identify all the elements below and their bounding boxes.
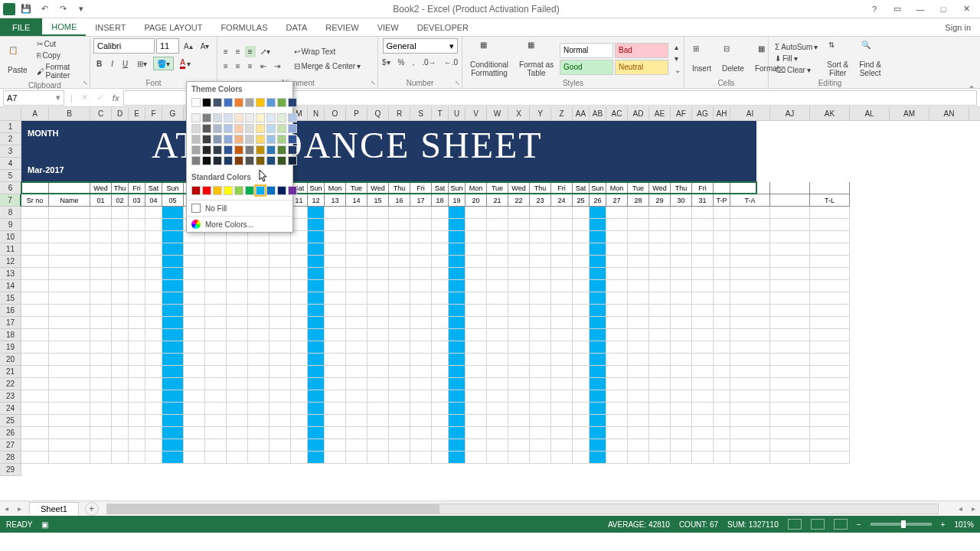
cell[interactable]	[590, 243, 606, 256]
cell[interactable]	[466, 354, 487, 366]
cell[interactable]	[49, 341, 90, 354]
cell[interactable]	[205, 366, 227, 378]
cell[interactable]	[590, 317, 606, 329]
cell[interactable]	[389, 341, 410, 354]
cell[interactable]	[205, 439, 227, 452]
cell[interactable]	[145, 341, 162, 354]
cell[interactable]	[730, 231, 770, 243]
row-header-4[interactable]: 4	[0, 158, 21, 170]
cell[interactable]	[530, 427, 551, 439]
cell[interactable]	[432, 268, 449, 280]
cell[interactable]	[227, 378, 248, 390]
cell[interactable]	[671, 439, 692, 452]
cell[interactable]	[112, 378, 129, 390]
cell[interactable]	[325, 243, 346, 256]
col-header-AD[interactable]: AD	[628, 107, 649, 121]
cell[interactable]	[184, 390, 205, 403]
cell[interactable]	[649, 329, 671, 341]
borders-button[interactable]: ⊞▾	[134, 57, 150, 70]
col-header-AA[interactable]: AA	[573, 107, 590, 121]
cell[interactable]	[466, 231, 487, 243]
cell[interactable]	[270, 231, 291, 243]
color-swatch[interactable]	[288, 98, 297, 107]
color-swatch[interactable]	[288, 186, 297, 195]
row-header-9[interactable]: 9	[0, 219, 21, 231]
cell[interactable]	[184, 292, 205, 305]
cell[interactable]	[508, 268, 530, 280]
cell[interactable]	[530, 452, 551, 464]
cell[interactable]	[410, 415, 432, 427]
cell[interactable]	[508, 243, 530, 256]
cell[interactable]	[551, 378, 573, 390]
row-header-5[interactable]: 5	[0, 170, 21, 182]
no-fill-option[interactable]: No Fill	[187, 200, 292, 216]
cell[interactable]	[628, 427, 649, 439]
cell[interactable]	[346, 292, 368, 305]
cell[interactable]	[227, 317, 248, 329]
cell[interactable]	[325, 452, 346, 464]
cell[interactable]	[730, 329, 770, 341]
cut-button[interactable]: ✂Cut	[34, 38, 87, 50]
cell[interactable]	[248, 256, 270, 268]
header-cell[interactable]: 28	[628, 194, 649, 207]
cell[interactable]	[248, 243, 270, 256]
cell[interactable]	[508, 292, 530, 305]
cell[interactable]	[551, 439, 573, 452]
cell[interactable]	[21, 231, 49, 243]
cell[interactable]	[573, 317, 590, 329]
cell[interactable]	[184, 243, 205, 256]
color-swatch[interactable]	[234, 186, 243, 195]
cell[interactable]	[671, 329, 692, 341]
cell[interactable]	[449, 231, 466, 243]
more-colors-option[interactable]: More Colors...	[187, 216, 292, 232]
cell[interactable]	[671, 390, 692, 403]
cell[interactable]	[466, 305, 487, 317]
add-sheet-button[interactable]: +	[85, 502, 99, 516]
cell[interactable]	[112, 231, 129, 243]
cell[interactable]	[389, 403, 410, 415]
cell[interactable]	[205, 256, 227, 268]
tab-review[interactable]: REVIEW	[316, 18, 368, 36]
cell[interactable]	[530, 219, 551, 231]
header-cell[interactable]: Thu	[671, 182, 692, 194]
cell[interactable]	[389, 452, 410, 464]
cell[interactable]	[145, 231, 162, 243]
cell[interactable]	[770, 243, 810, 256]
cell[interactable]	[432, 219, 449, 231]
cell[interactable]	[205, 305, 227, 317]
color-swatch[interactable]	[191, 156, 201, 165]
font-size-combo[interactable]	[156, 38, 179, 54]
cell[interactable]	[810, 329, 850, 341]
cell[interactable]	[410, 403, 432, 415]
cell[interactable]	[449, 415, 466, 427]
cell[interactable]	[671, 219, 692, 231]
cell[interactable]	[714, 354, 730, 366]
cell[interactable]	[389, 390, 410, 403]
cell[interactable]	[291, 403, 308, 415]
cell[interactable]	[389, 354, 410, 366]
header-cell[interactable]: Tue	[346, 182, 368, 194]
cell[interactable]	[573, 280, 590, 292]
cell[interactable]	[810, 452, 850, 464]
number-launcher-icon[interactable]: ⤡	[455, 80, 460, 86]
row-header-6[interactable]: 6	[0, 182, 21, 194]
cell[interactable]	[129, 207, 145, 219]
cell[interactable]	[205, 243, 227, 256]
cell[interactable]	[248, 427, 270, 439]
conditional-formatting-button[interactable]: ▦Conditional Formatting	[466, 39, 513, 79]
cell[interactable]	[291, 415, 308, 427]
cell[interactable]	[649, 292, 671, 305]
cell[interactable]	[227, 366, 248, 378]
cell[interactable]	[410, 354, 432, 366]
cell[interactable]	[308, 403, 325, 415]
cell[interactable]	[389, 378, 410, 390]
color-swatch[interactable]	[234, 145, 243, 155]
header-cell[interactable]: 15	[368, 194, 389, 207]
cell[interactable]	[270, 366, 291, 378]
cell[interactable]	[205, 403, 227, 415]
cell[interactable]	[573, 439, 590, 452]
col-header-T[interactable]: T	[432, 107, 449, 121]
cell[interactable]	[466, 427, 487, 439]
header-cell[interactable]: Thu	[530, 182, 551, 194]
cell[interactable]	[590, 268, 606, 280]
